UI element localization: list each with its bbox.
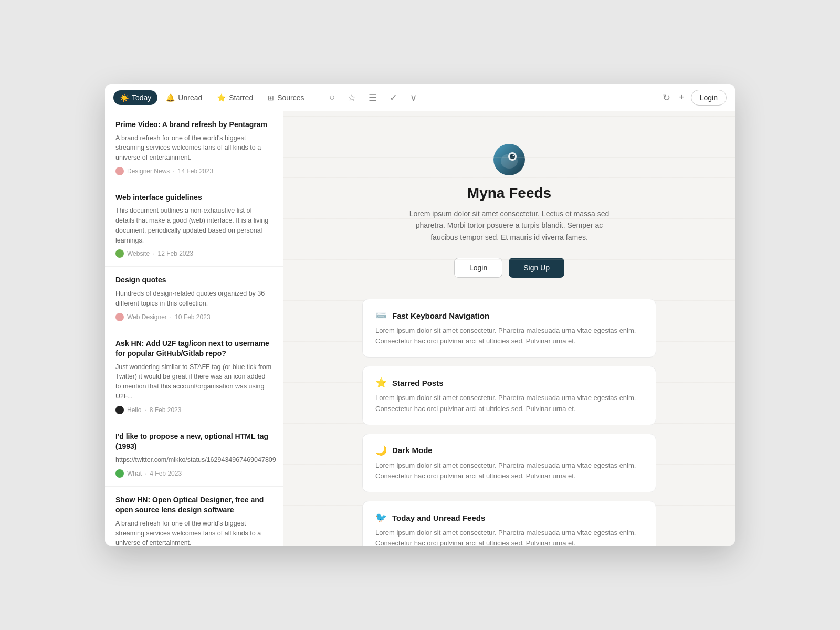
top-nav: ☀️ Today 🔔 Unread ⭐ Starred ⊞ Sources ○ … (105, 84, 735, 111)
feature-icon: ⭐ (375, 377, 387, 388)
article-meta: Hello · 8 Feb 2023 (116, 406, 272, 414)
feature-card-header: 🌙 Dark Mode (375, 445, 643, 456)
archive-icon[interactable]: ∨ (408, 90, 419, 106)
source-dot (116, 249, 124, 258)
svg-point-4 (513, 155, 514, 156)
article-date: 14 Feb 2023 (178, 167, 213, 175)
feature-card-1: ⭐ Starred Posts Lorem ipsum dolor sit am… (362, 366, 656, 425)
check-circle-icon[interactable]: ○ (328, 90, 338, 105)
article-source: What (127, 470, 142, 477)
article-date: 8 Feb 2023 (150, 406, 182, 414)
source-dot (116, 406, 124, 414)
feature-desc: Lorem ipsum dolor sit amet consectetur. … (375, 528, 643, 546)
article-date: 10 Feb 2023 (175, 313, 210, 321)
article-title: Show HN: Open Optical Designer, free and… (116, 495, 272, 516)
article-date: 12 Feb 2023 (158, 250, 193, 257)
app-logo-icon (492, 143, 526, 176)
article-excerpt: Just wondering similar to STAFF tag (or … (116, 362, 272, 402)
article-excerpt: A brand refresh for one of the world's b… (116, 519, 272, 546)
nav-right: ↻ + Login (660, 90, 727, 106)
feature-card-0: ⌨️ Fast Keyboard Navigation Lorem ipsum … (362, 299, 656, 358)
article-source: Designer News (127, 167, 170, 175)
article-title: Ask HN: Add U2F tag/icon next to usernam… (116, 339, 272, 359)
nav-left: ☀️ Today 🔔 Unread ⭐ Starred ⊞ Sources (113, 90, 311, 105)
main-area: Prime Video: A brand refresh by Pentagra… (105, 111, 735, 546)
sources-label: Sources (277, 93, 304, 102)
sources-tab[interactable]: ⊞ Sources (261, 90, 310, 105)
today-label: Today (132, 93, 151, 102)
list-item[interactable]: I'd like to propose a new, optional HTML… (105, 423, 283, 487)
article-meta: Web Designer · 10 Feb 2023 (116, 313, 272, 321)
grid-icon: ⊞ (268, 93, 274, 102)
feature-card-3: 🐦 Today and Unread Feeds Lorem ipsum dol… (362, 501, 656, 546)
svg-point-3 (510, 154, 515, 159)
app-description: Lorem ipsum dolor sit amet consectetur. … (404, 208, 614, 243)
unread-tab[interactable]: 🔔 Unread (160, 90, 208, 105)
bookmark-icon[interactable]: ☆ (345, 90, 358, 106)
feature-title: Starred Posts (392, 379, 444, 387)
today-tab[interactable]: ☀️ Today (113, 90, 158, 105)
source-dot (116, 167, 124, 175)
list-item[interactable]: Ask HN: Add U2F tag/icon next to usernam… (105, 330, 283, 423)
bell-icon: 🔔 (166, 93, 175, 102)
source-dot (116, 469, 124, 478)
source-dot (116, 313, 124, 321)
article-excerpt: Hundreds of design-related quotes organi… (116, 289, 272, 309)
article-title: Prime Video: A brand refresh by Pentagra… (116, 120, 272, 130)
article-meta: What · 4 Feb 2023 (116, 469, 272, 478)
article-excerpt: This document outlines a non-exhaustive … (116, 206, 272, 245)
refresh-icon[interactable]: ↻ (660, 90, 673, 106)
cta-buttons: Login Sign Up (454, 258, 564, 278)
unread-label: Unread (178, 93, 202, 102)
login-button[interactable]: Login (691, 90, 727, 106)
article-meta: Website · 12 Feb 2023 (116, 249, 272, 258)
list-icon[interactable]: ☰ (366, 90, 379, 106)
article-source: Web Designer (127, 313, 167, 321)
nav-center: ○ ☆ ☰ ✓ ∨ (328, 90, 419, 106)
star-icon: ⭐ (217, 93, 226, 102)
article-meta: Designer News · 14 Feb 2023 (116, 167, 272, 175)
app-window: ☀️ Today 🔔 Unread ⭐ Starred ⊞ Sources ○ … (105, 84, 735, 546)
feature-card-2: 🌙 Dark Mode Lorem ipsum dolor sit amet c… (362, 434, 656, 492)
check-icon[interactable]: ✓ (387, 90, 400, 106)
feature-card-header: ⭐ Starred Posts (375, 377, 643, 388)
starred-tab[interactable]: ⭐ Starred (211, 90, 259, 105)
article-title: Web interface guidelines (116, 193, 272, 203)
feature-desc: Lorem ipsum dolor sit amet consectetur. … (375, 460, 643, 481)
feature-card-header: ⌨️ Fast Keyboard Navigation (375, 310, 643, 321)
add-icon[interactable]: + (677, 90, 687, 105)
list-item[interactable]: Show HN: Open Optical Designer, free and… (105, 487, 283, 546)
sun-icon: ☀️ (120, 93, 129, 102)
article-title: Design quotes (116, 275, 272, 286)
article-source: Website (127, 250, 150, 257)
list-item[interactable]: Web interface guidelines This document o… (105, 184, 283, 267)
feature-icon: ⌨️ (375, 310, 387, 321)
landing-signup-button[interactable]: Sign Up (509, 258, 564, 278)
article-excerpt: A brand refresh for one of the world's b… (116, 133, 272, 163)
article-date: 4 Feb 2023 (150, 470, 182, 477)
list-item[interactable]: Design quotes Hundreds of design-related… (105, 267, 283, 330)
feature-title: Fast Keyboard Navigation (392, 311, 489, 320)
landing-content: Myna Feeds Lorem ipsum dolor sit amet co… (284, 111, 735, 546)
feature-icon: 🐦 (375, 512, 387, 523)
feature-title: Today and Unread Feeds (392, 513, 485, 522)
landing-login-button[interactable]: Login (454, 258, 502, 278)
feature-desc: Lorem ipsum dolor sit amet consectetur. … (375, 326, 643, 346)
article-title: I'd like to propose a new, optional HTML… (116, 432, 272, 452)
article-source: Hello (127, 406, 141, 414)
feature-cards: ⌨️ Fast Keyboard Navigation Lorem ipsum … (362, 299, 656, 546)
feature-title: Dark Mode (392, 446, 433, 455)
content-panel: Myna Feeds Lorem ipsum dolor sit amet co… (284, 111, 735, 546)
app-name: Myna Feeds (467, 185, 551, 202)
list-item[interactable]: Prime Video: A brand refresh by Pentagra… (105, 111, 283, 184)
article-excerpt: https://twitter.com/mikko/status/1629434… (116, 455, 272, 465)
feature-icon: 🌙 (375, 445, 387, 456)
feature-card-header: 🐦 Today and Unread Feeds (375, 512, 643, 523)
sidebar: Prime Video: A brand refresh by Pentagra… (105, 111, 284, 546)
feature-desc: Lorem ipsum dolor sit amet consectetur. … (375, 393, 643, 414)
starred-label: Starred (229, 93, 253, 102)
